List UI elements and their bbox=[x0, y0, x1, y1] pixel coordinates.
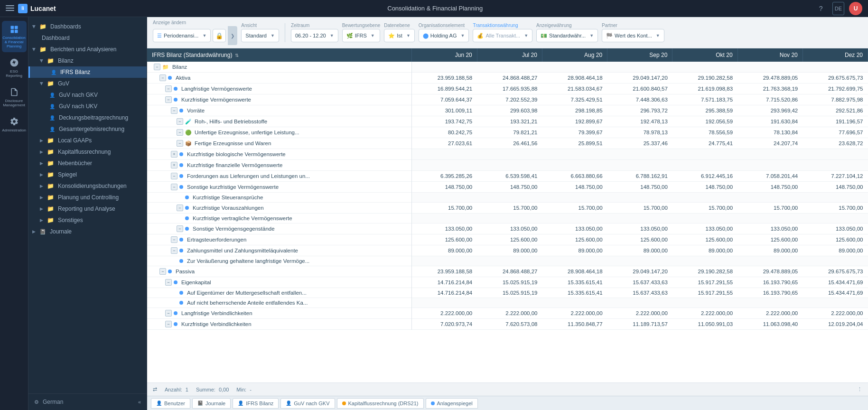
expand-btn[interactable]: − bbox=[171, 247, 177, 254]
row-value-cell: 24.868.488,27 bbox=[477, 73, 542, 84]
nav-item-sonstiges[interactable]: ▶ 📁 Sonstiges bbox=[28, 214, 147, 226]
row-value-cell bbox=[737, 193, 803, 203]
lock-button[interactable]: 🔒 bbox=[213, 29, 226, 42]
sidebar-item-esg[interactable]: ESG Reporting bbox=[2, 54, 27, 82]
avatar[interactable]: U bbox=[849, 2, 862, 15]
nav-item-nebenbuecher[interactable]: ▶ 📁 Nebenbücher bbox=[28, 158, 147, 169]
nav-sidebar-footer[interactable]: ⚙ German « bbox=[28, 393, 147, 410]
collapse-icon[interactable]: « bbox=[138, 399, 141, 405]
ansicht-select[interactable]: Standard ▼ bbox=[241, 29, 279, 42]
language-button[interactable]: DE bbox=[832, 2, 844, 15]
nav-item-konsolidierung[interactable]: ▶ 📁 Konsolidierungsbuchungen bbox=[28, 180, 147, 192]
row-label-cell: Auf Eigentümer der Muttergesellschaft en… bbox=[147, 288, 411, 298]
app-title: Consolidation & Financial Planning bbox=[387, 5, 483, 12]
anzeige-select[interactable]: ☰ Periodenansi... ▼ bbox=[153, 29, 211, 42]
nav-item-guv-gkv[interactable]: 👤 GuV nach GKV bbox=[28, 89, 147, 101]
expand-btn[interactable]: − bbox=[177, 129, 183, 136]
nav-item-berichten[interactable]: ▶ 📁 Berichten und Analysieren bbox=[28, 44, 147, 55]
expand-btn[interactable]: − bbox=[177, 118, 183, 125]
person-icon: 👤 bbox=[49, 115, 55, 121]
datenebene-select[interactable]: ⭐ Ist ▼ bbox=[384, 29, 415, 42]
nav-label-local-gaaps: Local GAAPs bbox=[58, 137, 92, 144]
expand-btn[interactable]: − bbox=[154, 64, 160, 70]
expand-btn[interactable]: − bbox=[171, 236, 177, 243]
partner-select[interactable]: 🏁 Wert des Kont... ▼ bbox=[602, 29, 664, 42]
svg-rect-1 bbox=[14, 26, 18, 29]
dropdown-arrow: ▼ bbox=[371, 33, 375, 38]
expand-btn[interactable]: + bbox=[171, 162, 177, 168]
expand-btn[interactable]: − bbox=[159, 75, 166, 81]
tab-anlagen-label: Anlagenspiegel bbox=[437, 401, 473, 406]
expand-btn[interactable]: − bbox=[171, 184, 177, 190]
table-row: −Langfristige Vermögenswerte16.899.544,2… bbox=[147, 84, 868, 94]
nav-item-ifrs-bilanz[interactable]: 👤 IFRS Bilanz bbox=[28, 66, 147, 78]
row-label-cell: −📁Bilanz bbox=[147, 62, 411, 73]
sidebar-item-disclosure[interactable]: Disclosure Management bbox=[2, 84, 27, 111]
tab-anlagen[interactable]: Anlagenspiegel bbox=[426, 398, 478, 409]
nav-item-reporting[interactable]: ▶ 📁 Reporting und Analyse bbox=[28, 203, 147, 214]
row-label-text: Aktiva bbox=[176, 75, 190, 81]
tab-benutzer[interactable]: 👤 Benutzer bbox=[151, 398, 190, 409]
nav-item-bilanz[interactable]: ▶ 📁 Bilanz bbox=[28, 55, 147, 66]
help-button[interactable]: ? bbox=[814, 2, 828, 15]
tab-ifrs-bilanz[interactable]: 👤 IFRS Bilanz bbox=[233, 398, 279, 409]
menu-icon[interactable] bbox=[6, 5, 14, 12]
row-value-cell: 15.700,00 bbox=[542, 203, 607, 214]
nav-item-local-gaaps[interactable]: ▶ 📁 Local GAAPs bbox=[28, 135, 147, 146]
table-row: Kurzfristige vertragliche Vermögenswerte bbox=[147, 214, 868, 224]
tab-guv-gkv[interactable]: 👤 GuV nach GKV bbox=[280, 398, 335, 409]
expand-btn[interactable]: − bbox=[165, 85, 172, 92]
nav-item-guv[interactable]: ▶ 📁 GuV bbox=[28, 78, 147, 89]
table-container[interactable]: IFRS Bilanz (Standardwährung) ⇅ Jun 20 J… bbox=[147, 48, 868, 382]
bewertung-select[interactable]: 🌿 IFRS ▼ bbox=[342, 29, 381, 42]
expand-btn[interactable]: − bbox=[159, 268, 166, 275]
trans-select[interactable]: 💰 Alle Transakt... ▼ bbox=[473, 29, 532, 42]
row-value-cell: 191.196,57 bbox=[803, 116, 868, 127]
row-label-text: Sonstige Vermögensgegenstände bbox=[193, 226, 275, 232]
expand-btn[interactable]: − bbox=[165, 279, 172, 286]
row-value-cell bbox=[607, 214, 672, 224]
expand-btn[interactable]: − bbox=[165, 310, 172, 317]
folder-icon: 📁 bbox=[47, 171, 54, 178]
expand-btn[interactable]: − bbox=[165, 96, 172, 103]
sidebar-item-admin[interactable]: Administration bbox=[2, 113, 27, 136]
nav-item-dashboards[interactable]: ▶ 📁 Dashboards bbox=[28, 21, 147, 32]
tab-kapitalfluss[interactable]: Kapitalflussrechnung (DRS21) bbox=[337, 398, 424, 409]
expand-btn[interactable]: − bbox=[177, 225, 183, 232]
row-value-cell: 23.959.188,58 bbox=[411, 73, 477, 84]
expand-btn[interactable]: − bbox=[177, 205, 183, 211]
nav-item-spiegel[interactable]: ▶ 📁 Spiegel bbox=[28, 169, 147, 180]
nav-item-gesamtergebnis[interactable]: 👤 Gesamtergebnisrechnung bbox=[28, 123, 147, 135]
journal-icon: 📓 bbox=[39, 229, 46, 235]
expand-btn[interactable]: + bbox=[171, 151, 177, 158]
row-value-cell: 28.908.464,18 bbox=[542, 266, 607, 277]
nav-item-planung[interactable]: ▶ 📁 Planung und Controlling bbox=[28, 192, 147, 203]
person-icon: 👤 bbox=[49, 93, 55, 98]
row-value-cell: 11.350.848,77 bbox=[542, 319, 607, 330]
nav-item-guv-ukv[interactable]: 👤 GuV nach UKV bbox=[28, 101, 147, 112]
row-dot bbox=[179, 301, 183, 305]
sidebar-item-consolidation[interactable]: Consolidation & Financial Planning bbox=[2, 21, 27, 52]
dropdown-arrow: ▼ bbox=[589, 33, 594, 38]
row-label-text: Unfertige Erzeugnisse, unfertige Leistun… bbox=[195, 130, 299, 135]
row-value-cell bbox=[737, 149, 803, 160]
anzeigew-select[interactable]: 💵 Standardwähr... ▼ bbox=[536, 29, 598, 42]
nav-label-konsolidierung: Konsolidierungsbuchungen bbox=[58, 183, 127, 189]
collapse-toolbar-btn[interactable]: ❯ bbox=[228, 26, 237, 45]
more-options-btn[interactable]: ⋮ bbox=[857, 386, 862, 392]
sort-icon[interactable]: ⇅ bbox=[235, 53, 239, 58]
nav-item-deckungsbeitrag[interactable]: 👤 Deckungsbeitragsrechnung bbox=[28, 112, 147, 123]
row-value-cell: 133.050,00 bbox=[672, 224, 737, 234]
expand-btn[interactable]: − bbox=[177, 140, 183, 147]
tab-journale[interactable]: 📓 Journale bbox=[192, 398, 231, 409]
trans-value: Alle Transakt... bbox=[485, 33, 520, 38]
expand-btn[interactable]: − bbox=[165, 321, 172, 327]
org-select[interactable]: ⬤ Holding AG ▼ bbox=[419, 29, 469, 42]
nav-item-journale[interactable]: ▶ 📓 Journale bbox=[28, 226, 147, 237]
expand-btn[interactable]: − bbox=[171, 173, 177, 179]
zeitraum-select[interactable]: 06.20 - 12.20 ▼ bbox=[291, 29, 338, 42]
nav-item-dashboard[interactable]: Dashboard bbox=[28, 32, 147, 44]
row-value-cell: 25.899,51 bbox=[542, 138, 607, 149]
nav-item-kapitalfluss[interactable]: ▶ 📁 Kapitalflussrechnung bbox=[28, 146, 147, 158]
expand-btn[interactable]: − bbox=[171, 107, 177, 114]
